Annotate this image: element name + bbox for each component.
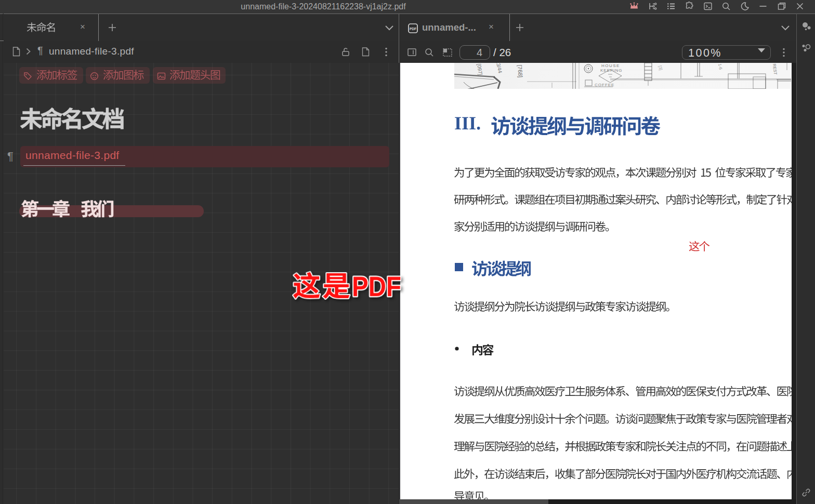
svg-text:PDF: PDF	[410, 27, 416, 31]
svg-text:KEEPING: KEEPING	[600, 68, 623, 73]
svg-text:[768]: [768]	[517, 64, 524, 77]
svg-text:HOUSE: HOUSE	[601, 63, 620, 68]
svg-text:COFFEE: COFFEE	[595, 83, 614, 87]
